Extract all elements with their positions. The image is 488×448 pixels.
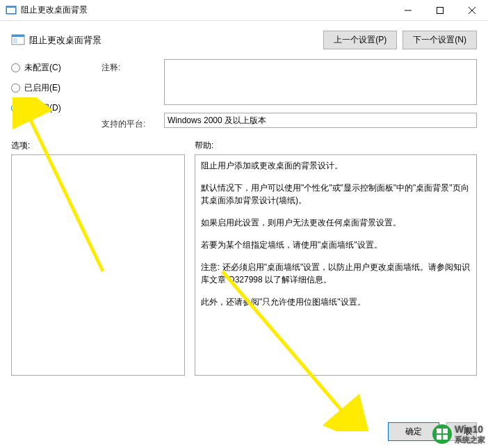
svg-rect-7 bbox=[12, 35, 24, 37]
nav-buttons: 上一个设置(P) 下一个设置(N) bbox=[323, 31, 477, 49]
next-setting-button[interactable]: 下一个设置(N) bbox=[402, 31, 477, 49]
radio-not-configured-input[interactable] bbox=[11, 63, 20, 72]
setting-icon bbox=[11, 33, 25, 47]
platform-field: Windows 2000 及以上版本 bbox=[164, 113, 477, 128]
help-p4: 注意: 还必须启用"桌面墙纸"设置，以防止用户更改桌面墙纸。请参阅知识库文章 Q… bbox=[201, 261, 471, 286]
radio-disabled-label: 已禁用(D) bbox=[24, 102, 61, 114]
help-p5: 此外，还请参阅"只允许使用位图墙纸"设置。 bbox=[201, 296, 471, 308]
svg-rect-3 bbox=[437, 7, 444, 13]
watermark-line1: Win10 bbox=[455, 424, 485, 435]
header-section: 阻止更改桌面背景 上一个设置(P) 下一个设置(N) bbox=[0, 21, 488, 56]
comment-textarea[interactable] bbox=[164, 59, 477, 105]
title-bar: 阻止更改桌面背景 bbox=[0, 0, 488, 21]
watermark-line2: 系统之家 bbox=[455, 435, 485, 444]
radio-not-configured-label: 未配置(C) bbox=[24, 62, 61, 74]
window-title: 阻止更改桌面背景 bbox=[21, 4, 392, 16]
svg-rect-10 bbox=[443, 429, 448, 433]
help-panel: 阻止用户添加或更改桌面的背景设计。 默认情况下，用户可以使用"个性化"或"显示控… bbox=[195, 154, 477, 376]
svg-rect-9 bbox=[437, 429, 441, 433]
help-label: 帮助: bbox=[195, 140, 477, 152]
radio-disabled-input[interactable] bbox=[11, 104, 20, 113]
maximize-button[interactable] bbox=[424, 0, 456, 21]
field-inputs: Windows 2000 及以上版本 bbox=[164, 59, 477, 130]
options-label: 选项: bbox=[11, 140, 195, 152]
svg-rect-8 bbox=[13, 38, 17, 43]
previous-setting-button[interactable]: 上一个设置(P) bbox=[323, 31, 397, 49]
radio-enabled-input[interactable] bbox=[11, 83, 20, 93]
config-area: 未配置(C) 已启用(E) 已禁用(D) 注释: 支持的平台: Windows … bbox=[0, 56, 488, 137]
radio-not-configured[interactable]: 未配置(C) bbox=[11, 62, 88, 74]
radio-group: 未配置(C) 已启用(E) 已禁用(D) bbox=[11, 59, 88, 130]
radio-enabled[interactable]: 已启用(E) bbox=[11, 82, 88, 94]
close-button[interactable] bbox=[456, 0, 488, 21]
comment-label: 注释: bbox=[101, 59, 150, 74]
help-p0: 阻止用户添加或更改桌面的背景设计。 bbox=[201, 159, 471, 172]
help-p2: 如果启用此设置，则用户无法更改任何桌面背景设置。 bbox=[201, 216, 471, 229]
options-panel bbox=[11, 154, 185, 376]
watermark-text: Win10 系统之家 bbox=[455, 424, 485, 443]
svg-rect-1 bbox=[7, 8, 15, 13]
panels: 阻止用户添加或更改桌面的背景设计。 默认情况下，用户可以使用"个性化"或"显示控… bbox=[0, 154, 488, 376]
platform-label: 支持的平台: bbox=[101, 115, 150, 130]
middle-labels: 选项: 帮助: bbox=[0, 137, 488, 154]
help-p3: 若要为某个组指定墙纸，请使用"桌面墙纸"设置。 bbox=[201, 239, 471, 251]
watermark-logo-icon bbox=[432, 424, 452, 444]
svg-rect-12 bbox=[443, 435, 448, 440]
radio-disabled[interactable]: 已禁用(D) bbox=[11, 102, 88, 114]
radio-enabled-label: 已启用(E) bbox=[24, 82, 60, 94]
help-p1: 默认情况下，用户可以使用"个性化"或"显示控制面板"中的"桌面背景"页向其桌面添… bbox=[201, 182, 471, 207]
ok-button[interactable]: 确定 bbox=[388, 422, 439, 441]
svg-rect-11 bbox=[437, 435, 441, 440]
watermark: Win10 系统之家 bbox=[432, 424, 485, 444]
app-icon bbox=[6, 5, 17, 16]
setting-title: 阻止更改桌面背景 bbox=[29, 34, 323, 47]
field-labels: 注释: 支持的平台: bbox=[101, 59, 150, 130]
minimize-button[interactable] bbox=[392, 0, 424, 21]
window-controls bbox=[392, 0, 488, 21]
